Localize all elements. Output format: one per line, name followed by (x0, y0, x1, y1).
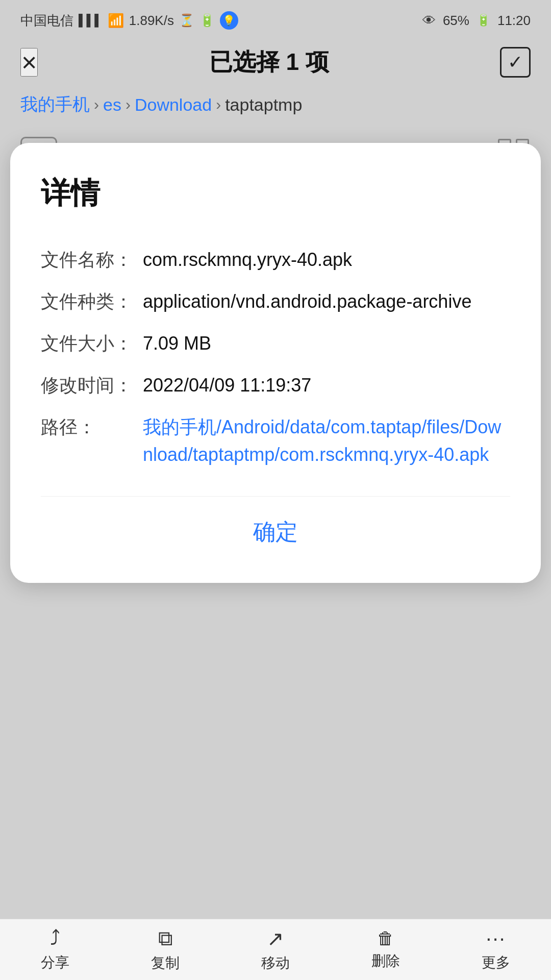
confirm-button[interactable]: 确定 (222, 507, 329, 557)
eye-icon: 👁 (422, 13, 436, 29)
copy-label: 复制 (151, 953, 180, 973)
breadcrumb-item-download[interactable]: Download (135, 95, 212, 115)
detail-value: 2022/04/09 11:19:37 (143, 364, 510, 406)
move-icon: ↗ (267, 927, 284, 950)
more-action[interactable]: ··· 更多 (482, 927, 510, 972)
breadcrumb-item-es[interactable]: es (103, 95, 121, 115)
select-all-checkbox[interactable]: ✓ (500, 47, 531, 78)
share-label: 分享 (41, 953, 69, 972)
detail-row: 修改时间：2022/04/09 11:19:37 (41, 364, 510, 406)
detail-row: 文件大小：7.09 MB (41, 323, 510, 364)
copy-icon: ⧉ (158, 927, 173, 950)
more-icon: ··· (486, 927, 506, 950)
carrier-label: 中国电信 (20, 12, 73, 30)
wifi-icon: 📶 (108, 13, 124, 29)
signal-strength: ▌▌▌ (79, 14, 103, 27)
status-left: 中国电信 ▌▌▌ 📶 1.89K/s ⏳ 🔋 💡 (20, 11, 238, 30)
detail-value: application/vnd.android.package-archive (143, 281, 510, 323)
detail-label: 文件大小： (41, 323, 143, 364)
detail-row: 路径：我的手机/Android/data/com.taptap/files/Do… (41, 406, 510, 476)
nav-bar: × 已选择 1 项 ✓ (0, 37, 551, 88)
detail-value: 7.09 MB (143, 323, 510, 364)
detail-value: com.rsckmnq.yryx-40.apk (143, 239, 510, 281)
breadcrumb-item-taptaptmp: taptaptmp (225, 95, 302, 115)
detail-value[interactable]: 我的手机/Android/data/com.taptap/files/Downl… (143, 406, 510, 476)
move-label: 移动 (261, 953, 290, 973)
check-icon: ✓ (508, 52, 523, 73)
share-action[interactable]: ⤴ 分享 (41, 927, 69, 972)
breadcrumb-sep-1: › (126, 96, 131, 113)
delete-label: 删除 (371, 951, 400, 971)
detail-table: 文件名称：com.rsckmnq.yryx-40.apk文件种类：applica… (41, 239, 510, 476)
detail-dialog: 详情 文件名称：com.rsckmnq.yryx-40.apk文件种类：appl… (10, 143, 541, 583)
more-label: 更多 (482, 953, 510, 972)
timer-icon: ⏳ (179, 13, 194, 28)
detail-label: 路径： (41, 406, 143, 476)
move-action[interactable]: ↗ 移动 (261, 927, 290, 973)
detail-label: 文件种类： (41, 281, 143, 323)
copy-action[interactable]: ⧉ 复制 (151, 927, 180, 973)
breadcrumb: 我的手机 › es › Download › taptaptmp (0, 88, 551, 127)
confirm-btn-row: 确定 (41, 496, 510, 557)
share-icon: ⤴ (50, 927, 60, 950)
status-bar: 中国电信 ▌▌▌ 📶 1.89K/s ⏳ 🔋 💡 👁 65% 🔋 11:20 (0, 0, 551, 37)
breadcrumb-sep-0: › (94, 96, 99, 113)
bulb-icon: 💡 (220, 11, 238, 30)
charging-icon: 🔋 (199, 13, 215, 28)
status-right: 👁 65% 🔋 11:20 (422, 13, 531, 29)
breadcrumb-item-home[interactable]: 我的手机 (20, 93, 90, 116)
delete-action[interactable]: 🗑 删除 (371, 928, 400, 971)
detail-label: 文件名称： (41, 239, 143, 281)
clock-label: 11:20 (497, 13, 531, 29)
detail-row: 文件名称：com.rsckmnq.yryx-40.apk (41, 239, 510, 281)
nav-title: 已选择 1 项 (209, 46, 329, 78)
delete-icon: 🗑 (377, 928, 394, 948)
dialog-title: 详情 (41, 174, 510, 213)
battery-label: 65% (443, 13, 469, 29)
close-button[interactable]: × (20, 48, 38, 77)
detail-label: 修改时间： (41, 364, 143, 406)
battery-icon: 🔋 (477, 14, 490, 27)
bottom-bar: ⤴ 分享 ⧉ 复制 ↗ 移动 🗑 删除 ··· 更多 (0, 919, 551, 980)
breadcrumb-sep-2: › (216, 96, 221, 113)
detail-row: 文件种类：application/vnd.android.package-arc… (41, 281, 510, 323)
speed-label: 1.89K/s (129, 13, 174, 29)
